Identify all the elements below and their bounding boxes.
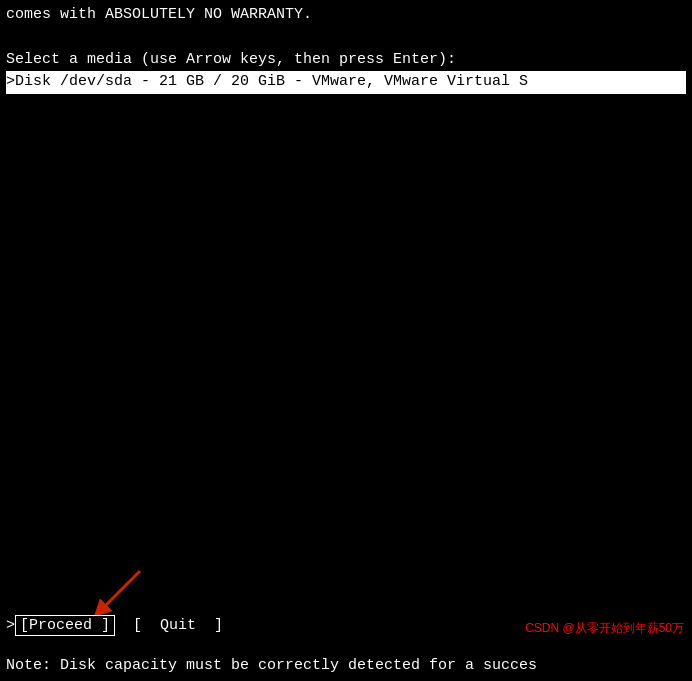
- selected-disk-item[interactable]: >Disk /dev/sda - 21 GB / 20 GiB - VMware…: [6, 71, 686, 94]
- svg-line-1: [100, 571, 140, 611]
- select-prompt: Select a media (use Arrow keys, then pre…: [6, 49, 686, 72]
- proceed-gt: >: [6, 617, 15, 634]
- proceed-button[interactable]: [Proceed ]: [15, 615, 115, 636]
- quit-bracket-close: ]: [196, 615, 223, 638]
- quit-label: Quit: [160, 615, 196, 638]
- button-spacer: [: [115, 615, 160, 638]
- terminal-content: comes with ABSOLUTELY NO WARRANTY. Selec…: [0, 0, 692, 98]
- warranty-line: comes with ABSOLUTELY NO WARRANTY.: [6, 4, 686, 27]
- note-line: Note: Disk capacity must be correctly de…: [0, 651, 692, 682]
- terminal-window: comes with ABSOLUTELY NO WARRANTY. Selec…: [0, 0, 692, 681]
- blank-line: [6, 27, 686, 49]
- watermark: CSDN @从零开始到年薪50万: [525, 620, 684, 637]
